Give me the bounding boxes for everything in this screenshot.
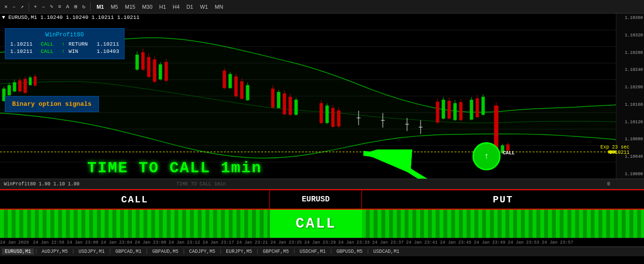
price-tick: 1.10160 [617,102,643,107]
info-bar-indicator: TIME TO CALL 1min [176,182,226,187]
menu-icon[interactable]: ≡ [57,3,63,10]
time-label-4: 24 Jan 23:08 [135,240,166,245]
time-label-15: 24 Jan 23:53 [508,240,539,245]
signal-call-1: CALL [41,41,58,47]
tab-usdchf-m1[interactable]: USDCHF,M1 [297,248,329,255]
price-tick: 1.10080 [617,137,643,142]
time-label-11: 24 Jan 23:37 [372,240,404,245]
timeframe-h4[interactable]: H4 [171,3,182,10]
put-section: PUT [362,190,644,209]
time-label-7: 24 Jan 23:21 [236,240,268,245]
info-bar: WinProfit80 1.00 1.10 1.00 TIME TO CALL … [0,179,644,189]
timeframe-m5[interactable]: M5 [108,3,120,10]
time-label-10: 24 Jan 23:33 [338,240,370,245]
minimize-icon[interactable]: – [11,3,17,10]
info-bar-right: 0 [607,182,610,187]
price-tick: 1.10280 [617,50,643,55]
winprofit-panel: WinProfit80 1.10211 CALL ↑ RETURN 1.1021… [5,28,125,59]
tab-gbpcad-m1[interactable]: GBPCAD,M1 [112,248,144,255]
time-to-call-label: TIME TO CALL 1min [87,159,262,177]
time-label-5: 24 Jan 23:12 [169,240,200,245]
binary-signals-text: Binary option signals [12,100,92,108]
price-tick: 1.10200 [617,85,643,90]
price-tick: 1.10240 [617,67,643,72]
text-icon[interactable]: A [64,3,71,10]
call-chart-label: CALL [503,150,515,156]
timeframe-m1[interactable]: M1 [94,3,106,10]
call-label: CALL [121,194,148,205]
signal-val-1: 1.10211 [97,41,119,47]
timeframe-m15[interactable]: M15 [123,3,138,10]
signal-row-2: 1.10211 CALL ↑ WIN 1.10493 [10,49,119,54]
tab-usdcad-m1[interactable]: USDCAD,M1 [370,248,402,255]
toolbar-separator-2 [90,3,91,11]
tab-eurusd-m1[interactable]: EURUSD,M1 [2,248,34,255]
time-label-0: 24 Jan 2020 [0,240,29,245]
timeframe-m30[interactable]: M30 [140,3,155,10]
call-section: CALL [0,190,270,209]
signal-label-win: WIN [69,49,93,54]
signal-arrow-up-1: ↑ [62,41,65,47]
green-arrow-icon [359,149,485,179]
tab-usdjpy-m1[interactable]: USDJPY,M1 [76,248,108,255]
pencil-icon[interactable]: ✎ [48,3,55,10]
signal-val-2: 1.10493 [97,49,119,54]
signal-arrow-up-2: ↑ [62,49,65,54]
refresh-icon[interactable]: ↻ [81,3,87,10]
signal-call-2: CALL [41,49,58,54]
price-tick: 1.10360 [617,16,643,20]
tab-gbpaud-m5[interactable]: GBPAUD,M5 [149,248,181,255]
price-tick: 1.10120 [617,120,643,125]
big-call-button[interactable]: CALL [270,210,362,238]
big-call-text: CALL [296,215,336,232]
call-arrow-up: ↑ [484,151,489,161]
tab-audjpy-m5[interactable]: AUDJPY,M5 [39,248,71,255]
chart-area: ▼ EURUSD,M1 1.10240 1.10240 1.10211 1.10… [0,14,644,179]
call-stripes-right [362,210,644,238]
call-stripes-left [0,210,270,238]
time-label-3: 24 Jan 23:04 [101,240,132,245]
exp-label: Exp 23 sec 1.10211 [600,145,629,155]
timeframe-mn[interactable]: MN [212,3,225,10]
time-label-16: 24 Jan 23:57 [542,240,573,245]
toolbar-separator [29,3,29,11]
signal-label-return: RETURN [69,41,93,47]
big-call-row: CALL [0,210,644,238]
signal-price-1: 1.10211 [10,41,37,47]
time-label-2: 24 Jan 23:00 [67,240,98,245]
toolbar: ✕ – ↗ + – ✎ ≡ A ⊞ ↻ M1 M5 M15 M30 H1 H4 … [0,0,644,14]
tab-eurjpy-m5[interactable]: EURJPY,M5 [223,248,255,255]
price-tick: 1.10320 [617,33,643,38]
tab-gbpusd-m5[interactable]: GBPUSD,M5 [333,248,365,255]
grid-icon[interactable]: ⊞ [73,3,79,10]
time-axis: 24 Jan 2020 24 Jan 22:56 24 Jan 23:00 24… [0,238,644,247]
tab-gbpchf-m5[interactable]: GBPCHF,M5 [260,248,292,255]
time-label-6: 24 Jan 23:17 [203,240,234,245]
maximize-icon[interactable]: ↗ [19,3,25,10]
symbol-bar: ▼ EURUSD,M1 1.10240 1.10240 1.10211 1.10… [2,15,140,20]
winprofit-title: WinProfit80 [10,32,119,38]
tab-cadjpy-m5[interactable]: CADJPY,M5 [186,248,218,255]
info-bar-text: WinProfit80 1.00 1.10 1.00 [4,182,79,187]
eurusd-label: EURUSD [302,195,330,204]
time-label-8: 24 Jan 23:25 [270,240,302,245]
time-label-13: 24 Jan 23:45 [440,240,471,245]
signal-bar: CALL EURUSD PUT [0,189,644,210]
signal-price-2: 1.10211 [10,49,37,54]
bottom-tabs: EURUSD,M1 | AUDJPY,M5 | USDJPY,M1 | GBPC… [0,247,644,256]
time-label-1: 24 Jan 22:56 [33,240,64,245]
signal-row-1: 1.10211 CALL ↑ RETURN 1.10211 [10,41,119,47]
timeframe-d1[interactable]: D1 [184,3,196,10]
put-label: PUT [493,194,513,205]
exp-time: Exp 23 sec [600,145,629,150]
exp-price: 1.10211 [600,150,629,155]
plus-icon[interactable]: + [32,3,39,10]
eurusd-section: EURUSD [270,190,362,209]
timeframe-w1[interactable]: W1 [198,3,211,10]
minus-icon[interactable]: – [40,3,47,10]
price-tick: 1.10000 [617,172,643,177]
time-label-12: 24 Jan 23:41 [406,240,438,245]
close-icon[interactable]: ✕ [3,3,9,10]
timeframe-h1[interactable]: H1 [157,3,169,10]
time-label-14: 24 Jan 23:49 [474,240,505,245]
